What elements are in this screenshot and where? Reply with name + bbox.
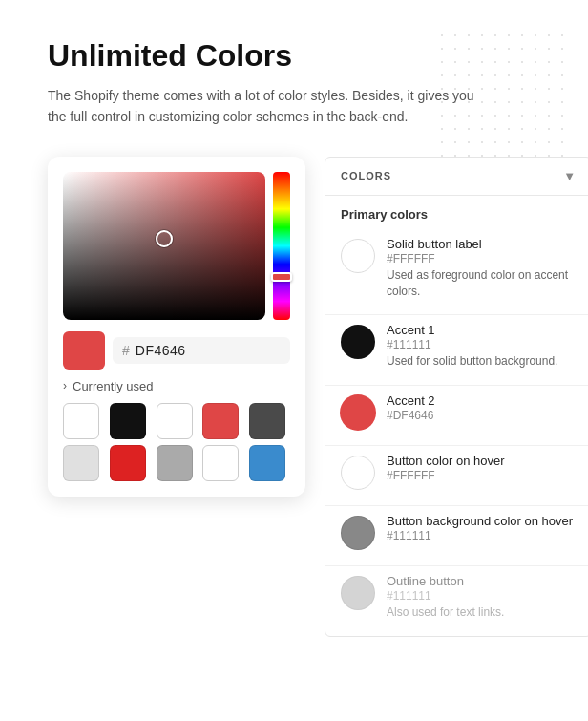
color-swatch-preview	[63, 331, 105, 370]
color-name-button-hover: Button color on hover	[387, 454, 576, 468]
color-hex-button-bg-hover: #111111	[387, 529, 576, 542]
hex-input[interactable]	[136, 343, 281, 358]
hue-strip[interactable]	[273, 172, 290, 320]
color-entry-accent2: Accent 2 #DF4646	[326, 386, 588, 446]
chevron-right-icon: ›	[63, 379, 67, 392]
swatch-10[interactable]	[249, 445, 285, 481]
color-controls-row: #	[63, 331, 290, 370]
swatch-solid-button-label[interactable]	[341, 239, 375, 273]
colors-panel: COLORS ▼ Primary colors Solid button lab…	[325, 157, 588, 637]
swatch-4[interactable]	[202, 403, 239, 439]
color-name-outline-button: Outline button	[387, 574, 576, 588]
page-description: The Shopify theme comes with a lot of co…	[48, 85, 487, 128]
color-entry-button-hover: Button color on hover #FFFFFF	[326, 446, 588, 506]
page-title: Unlimited Colors	[48, 38, 550, 74]
color-desc-solid-button-label: Used as foreground color on accent color…	[387, 267, 576, 300]
color-name-accent1: Accent 1	[387, 323, 576, 337]
swatch-6[interactable]	[63, 445, 99, 481]
swatch-outline-button[interactable]	[341, 576, 375, 610]
swatch-3[interactable]	[157, 403, 193, 439]
color-swatches-grid	[63, 403, 290, 481]
gradient-area	[63, 172, 290, 320]
swatch-accent1[interactable]	[341, 325, 375, 359]
swatch-button-hover[interactable]	[341, 456, 375, 490]
color-entry-solid-button-label: Solid button label #FFFFFF Used as foreg…	[326, 229, 588, 316]
color-picker-card: # › Currently used	[48, 157, 305, 497]
swatch-8[interactable]	[157, 445, 193, 481]
color-desc-outline-button: Also used for text links.	[387, 604, 576, 621]
swatch-9[interactable]	[202, 445, 239, 481]
color-hex-accent2: #DF4646	[387, 409, 576, 422]
color-hex-accent1: #111111	[387, 338, 576, 351]
colors-panel-header: COLORS ▼	[326, 158, 588, 196]
color-gradient-box[interactable]	[63, 172, 265, 320]
swatch-5[interactable]	[249, 403, 285, 439]
colors-panel-title: COLORS	[341, 170, 391, 181]
hash-symbol: #	[122, 343, 130, 358]
color-name-button-bg-hover: Button background color on hover	[387, 514, 576, 528]
colors-section-title: Primary colors	[326, 196, 588, 229]
swatch-2[interactable]	[110, 403, 146, 439]
color-hex-outline-button: #111111	[387, 589, 576, 603]
hex-input-group: #	[113, 337, 290, 364]
color-name-solid-button-label: Solid button label	[387, 237, 576, 251]
main-area: # › Currently used	[48, 157, 550, 637]
currently-used-label: Currently used	[73, 379, 154, 393]
color-desc-accent1: Used for solid button background.	[387, 353, 576, 370]
hue-thumb[interactable]	[271, 272, 292, 282]
color-entry-outline-button: Outline button #111111 Also used for tex…	[326, 566, 588, 636]
color-hex-button-hover: #FFFFFF	[387, 469, 576, 482]
color-name-accent2: Accent 2	[387, 393, 576, 408]
swatch-7[interactable]	[110, 445, 146, 481]
color-hex-solid-button-label: #FFFFFF	[387, 252, 576, 265]
color-entry-button-bg-hover: Button background color on hover #111111	[326, 506, 588, 566]
swatch-button-bg-hover[interactable]	[341, 516, 375, 550]
swatch-1[interactable]	[63, 403, 99, 439]
swatch-accent2[interactable]	[341, 395, 375, 430]
gradient-cursor[interactable]	[156, 230, 173, 247]
currently-used-row[interactable]: › Currently used	[63, 379, 290, 393]
color-entry-accent1: Accent 1 #111111 Used for solid button b…	[326, 315, 588, 386]
panel-chevron-icon[interactable]: ▼	[563, 169, 576, 183]
